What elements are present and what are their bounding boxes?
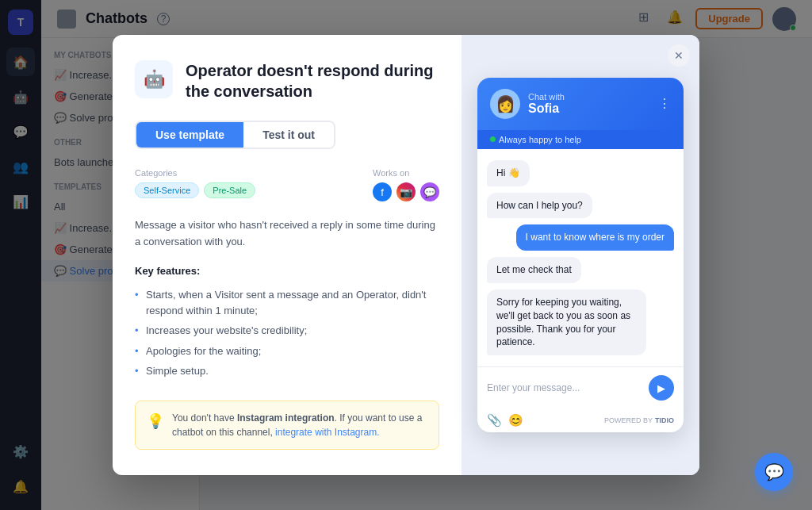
floating-chat-button[interactable]: 💬 (755, 453, 793, 491)
warning-icon: 💡 (147, 411, 164, 432)
online-indicator (490, 136, 496, 142)
chat-header: 👩 Chat with Sofia ⋮ (477, 78, 684, 130)
modal-overlay[interactable]: ✕ 🤖 Operator doesn't respond during the … (0, 0, 812, 510)
chat-agent-name: Sofia (528, 102, 565, 116)
features-list: Starts, when a Visitor sent a message an… (135, 285, 439, 382)
modal-template-icon: 🤖 (135, 60, 173, 98)
emoji-icon[interactable]: 😊 (508, 413, 523, 428)
chat-footer-icons: 📎 😊 (487, 413, 523, 428)
chat-footer: 📎 😊 POWERED BY TIDIO (477, 408, 684, 432)
chat-send-button[interactable]: ▶ (649, 375, 674, 401)
chat-msg-2: How can I help you? (487, 193, 592, 219)
close-icon: ✕ (674, 49, 684, 62)
categories-tags: Self-Service Pre-Sale (135, 182, 255, 198)
powered-by: POWERED BY TIDIO (604, 416, 674, 424)
attachment-icon[interactable]: 📎 (487, 413, 502, 428)
platform-icons: f 📷 💬 (373, 182, 439, 201)
chat-widget: 👩 Chat with Sofia ⋮ Always happy to help… (477, 78, 684, 432)
warning-banner: 💡 You don't have Instagram integration. … (135, 401, 439, 450)
works-on-group: Works on f 📷 💬 (373, 168, 439, 201)
use-template-button[interactable]: Use template (136, 122, 243, 148)
chat-messages: Hi 👋 How can I help you? I want to know … (477, 149, 684, 366)
messenger-icon: f (373, 182, 392, 201)
meta-section: Categories Self-Service Pre-Sale Works o… (135, 168, 439, 201)
chat-header-dots-icon[interactable]: ⋮ (658, 96, 671, 111)
tag-pre-sale: Pre-Sale (204, 182, 255, 198)
categories-group: Categories Self-Service Pre-Sale (135, 168, 255, 198)
warning-bold: Instagram integration (237, 412, 335, 424)
modal-left: 🤖 Operator doesn't respond during the co… (113, 35, 462, 474)
tag-self-service: Self-Service (135, 182, 199, 198)
chat-msg-4: Let me check that (487, 257, 581, 283)
instagram-icon: 📷 (396, 182, 416, 201)
chat-status-text: Always happy to help (499, 135, 581, 144)
chat-input-area: Enter your message... ▶ (477, 366, 684, 408)
test-it-out-button[interactable]: Test it out (243, 122, 334, 148)
feature-item-3: Apologies for the waiting; (135, 341, 439, 362)
chat-input-placeholder[interactable]: Enter your message... (487, 382, 642, 393)
modal: ✕ 🤖 Operator doesn't respond during the … (113, 35, 699, 474)
chat-avatar: 👩 (490, 89, 520, 119)
modal-description: Message a visitor who hasn't received a … (135, 217, 439, 251)
feature-item-4: Simple setup. (135, 361, 439, 382)
chat-msg-5: Sorry for keeping you waiting, we'll get… (487, 290, 646, 355)
feature-item-1: Starts, when a Visitor sent a message an… (135, 285, 439, 320)
modal-action-buttons: Use template Test it out (135, 121, 335, 149)
chat-msg-1: Hi 👋 (487, 160, 530, 186)
modal-right-preview: 👩 Chat with Sofia ⋮ Always happy to help… (462, 35, 699, 474)
works-on-label: Works on (373, 168, 439, 178)
powered-by-label: POWERED BY (604, 416, 653, 424)
modal-title: Operator doesn't respond during the conv… (186, 60, 439, 102)
categories-label: Categories (135, 168, 255, 178)
chat-msg-3: I want to know where is my order (516, 224, 674, 251)
chat-icon: 💬 (420, 182, 439, 201)
tidio-brand: TIDIO (655, 416, 674, 424)
feature-item-2: Increases your website's credibility; (135, 320, 439, 341)
chat-with-label: Chat with (528, 92, 565, 102)
instagram-link[interactable]: integrate with Instagram. (275, 427, 379, 438)
modal-header: 🤖 Operator doesn't respond during the co… (135, 60, 439, 102)
chat-subheader: Always happy to help (477, 130, 684, 149)
warning-text: You don't have Instagram integration. If… (172, 411, 427, 439)
features-title: Key features: (135, 265, 439, 277)
chat-header-info: Chat with Sofia (528, 92, 565, 116)
